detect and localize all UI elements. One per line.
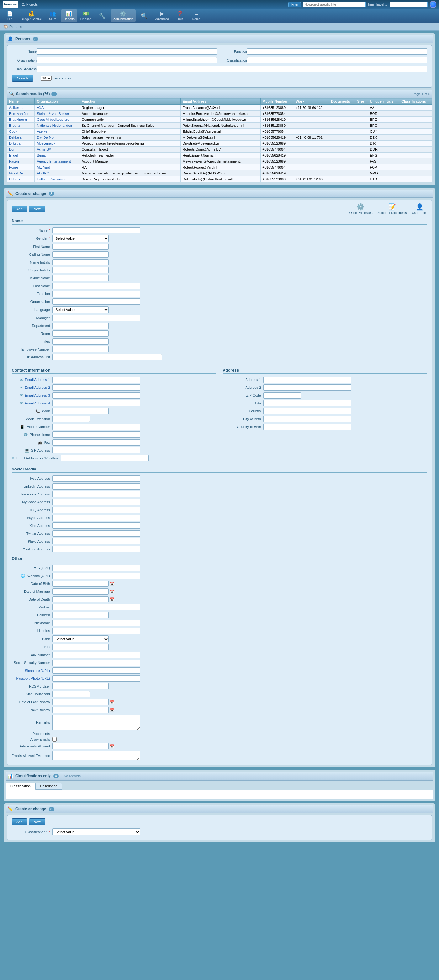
col-work[interactable]: Work xyxy=(293,98,329,105)
middle-name-field[interactable] xyxy=(52,275,109,281)
language-select[interactable]: Select Value xyxy=(52,306,109,313)
nav-administration[interactable]: ⚙️ Administration xyxy=(111,10,135,22)
org-link[interactable]: Nationale Nederlanden xyxy=(37,124,72,127)
org-link[interactable]: Moevenpick xyxy=(37,142,55,145)
email1-field[interactable] xyxy=(52,377,140,383)
filter-button[interactable]: Filter xyxy=(288,2,301,7)
org-link[interactable]: Mv. Yard xyxy=(37,165,50,169)
department-field[interactable] xyxy=(52,323,109,329)
nav-budget[interactable]: 💰 Budget Control xyxy=(18,10,44,22)
col-size[interactable]: Size xyxy=(355,98,368,105)
function-input[interactable] xyxy=(247,48,427,55)
phone-home-field[interactable] xyxy=(52,431,140,438)
unique-initials-field[interactable] xyxy=(52,267,109,273)
organization-field2[interactable] xyxy=(52,298,140,305)
gender-select[interactable]: Select Value xyxy=(52,235,109,242)
name-link[interactable]: Cook xyxy=(9,130,17,134)
col-mobile[interactable]: Mobile Number xyxy=(261,98,294,105)
name-link[interactable]: Braakhoorn xyxy=(9,118,27,121)
youtube-field[interactable] xyxy=(52,546,140,552)
name-link[interactable]: Engel xyxy=(9,153,18,157)
function-field2[interactable] xyxy=(52,291,140,297)
dod-field[interactable] xyxy=(52,596,109,603)
next-review-field[interactable] xyxy=(52,707,109,713)
next-review-calendar-icon[interactable]: 📅 xyxy=(110,708,114,712)
website-field[interactable] xyxy=(52,573,140,579)
name-link[interactable]: Groot De xyxy=(9,171,23,175)
zip-field[interactable] xyxy=(263,392,301,399)
country-birth-field[interactable] xyxy=(263,424,351,430)
sip-field[interactable] xyxy=(52,447,140,453)
org-input[interactable] xyxy=(37,57,217,64)
per-page-select[interactable]: 102550 xyxy=(41,76,52,81)
calling-name-field[interactable] xyxy=(52,251,109,258)
dom-field[interactable] xyxy=(52,589,109,595)
last-review-calendar-icon[interactable]: 📅 xyxy=(110,700,114,704)
col-function[interactable]: Function xyxy=(80,98,181,105)
nickname-field[interactable] xyxy=(52,620,140,626)
email1-link[interactable]: Email Address 1 xyxy=(25,378,50,382)
org-link[interactable]: Buma xyxy=(37,153,46,157)
last-name-field[interactable] xyxy=(52,283,140,289)
new-classif-button[interactable]: New xyxy=(29,818,46,825)
col-name[interactable]: Name xyxy=(7,98,35,105)
email4-link[interactable]: Email Address 4 xyxy=(25,401,50,405)
add-classif-button[interactable]: Add xyxy=(12,818,27,825)
nav-search[interactable]: 🔍 xyxy=(136,12,152,20)
name-link[interactable]: Dijkstra xyxy=(9,142,21,145)
titles-field[interactable] xyxy=(52,338,109,345)
org-link[interactable]: FÜGRO xyxy=(37,171,49,175)
myspace-field[interactable] xyxy=(52,499,140,505)
dod-calendar-icon[interactable]: 📅 xyxy=(110,598,114,601)
name-input[interactable] xyxy=(37,48,217,55)
fax-field[interactable] xyxy=(52,439,140,445)
partner-field[interactable] xyxy=(52,604,140,610)
city-field[interactable] xyxy=(263,400,351,406)
col-email[interactable]: Email Address xyxy=(181,98,261,105)
room-field[interactable] xyxy=(52,331,109,337)
nav-advanced[interactable]: ▶ Advanced xyxy=(153,10,171,22)
allow-emails-checkbox[interactable] xyxy=(52,737,57,741)
bic-field[interactable] xyxy=(52,644,109,650)
nav-file[interactable]: 📄 File xyxy=(2,10,17,22)
xing-field[interactable] xyxy=(52,522,140,529)
time-travel-input[interactable] xyxy=(390,2,428,7)
twitter-field[interactable] xyxy=(52,530,140,536)
search-button[interactable]: Search xyxy=(12,75,33,81)
work-field[interactable] xyxy=(52,408,109,414)
add-button[interactable]: Add xyxy=(12,205,27,212)
classification-select[interactable]: Select Value xyxy=(52,829,140,835)
hyes-field[interactable] xyxy=(52,476,140,482)
email3-field[interactable] xyxy=(52,392,140,399)
org-link[interactable]: Agency Entertainment xyxy=(37,159,71,163)
passport-link[interactable]: Passport Photo (URL) xyxy=(16,676,50,680)
email2-field[interactable] xyxy=(52,384,140,391)
name-link[interactable]: Bors van Jer. xyxy=(9,112,29,116)
nav-tools[interactable]: 🔧 xyxy=(94,12,110,20)
icq-field[interactable] xyxy=(52,507,140,513)
signature-link[interactable]: Signature (URL) xyxy=(25,669,50,673)
name-link[interactable]: Dekkers xyxy=(9,135,22,139)
name-field[interactable] xyxy=(52,227,140,234)
city-birth-field[interactable] xyxy=(263,416,351,422)
user-roles-item[interactable]: 👤 User Roles xyxy=(412,203,427,215)
email-workflow-field[interactable] xyxy=(61,455,149,461)
email3-link[interactable]: Email Address 3 xyxy=(25,393,50,397)
date-emails-calendar-icon[interactable]: 📅 xyxy=(110,745,114,748)
facebook-field[interactable] xyxy=(52,491,140,497)
org-link[interactable]: Div. De Mol xyxy=(37,135,54,139)
nav-demo[interactable]: 🖥 Demo xyxy=(189,10,204,22)
size-household-field[interactable] xyxy=(52,691,90,697)
open-processes-item[interactable]: ⚙️ Open Processes xyxy=(349,203,372,215)
passport-field[interactable] xyxy=(52,675,140,682)
hobbies-field[interactable] xyxy=(52,628,140,634)
tab-classification[interactable]: Classification xyxy=(6,783,35,789)
children-field[interactable] xyxy=(52,612,109,618)
name-link[interactable]: Fopre xyxy=(9,165,18,169)
filter-input[interactable] xyxy=(303,2,366,7)
address2-field[interactable] xyxy=(263,384,351,391)
email4-field[interactable] xyxy=(52,400,140,406)
nav-crm[interactable]: 👥 CRM xyxy=(45,10,60,22)
name-initials-field[interactable] xyxy=(52,259,109,266)
new-button[interactable]: New xyxy=(29,205,46,212)
